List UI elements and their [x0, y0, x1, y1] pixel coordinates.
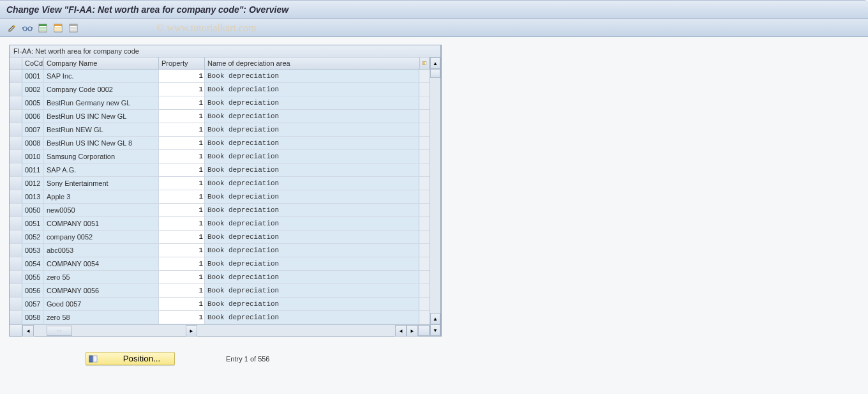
cell-area-name: Book depreciation — [205, 204, 419, 216]
cell-property[interactable]: 1 — [159, 257, 205, 270]
horizontal-scrollbar[interactable]: ◄ ::: ► ◄ ► — [10, 324, 430, 336]
svg-rect-19 — [93, 356, 97, 362]
table-row: 0056COMPANY 00561Book depreciation — [10, 284, 430, 298]
row-selector[interactable] — [10, 150, 22, 163]
cell-property[interactable]: 1 — [159, 271, 205, 284]
select-block-icon[interactable] — [52, 22, 64, 34]
scroll-right2-icon[interactable]: ► — [407, 325, 418, 337]
table-row: 0057Good 00571Book depreciation — [10, 298, 430, 311]
scroll-left-icon[interactable]: ◄ — [22, 325, 34, 337]
row-selector[interactable] — [10, 83, 22, 96]
table-row: 0002Company Code 00021Book depreciation — [10, 83, 430, 96]
cell-property[interactable]: 1 — [159, 110, 205, 123]
cell-area-name: Book depreciation — [205, 163, 419, 176]
cell-property[interactable]: 1 — [159, 83, 205, 96]
row-selector[interactable] — [10, 244, 22, 257]
position-button[interactable]: Position... — [86, 352, 175, 365]
row-selector[interactable] — [10, 163, 22, 176]
cell-area-name: Book depreciation — [205, 96, 419, 109]
cell-area-name: Book depreciation — [205, 123, 419, 136]
cell-property[interactable]: 1 — [159, 150, 205, 163]
cell-property[interactable]: 1 — [159, 231, 205, 243]
table-row: 0052company 00521Book depreciation — [10, 231, 430, 244]
row-selector[interactable] — [10, 204, 22, 216]
svg-rect-18 — [89, 356, 93, 362]
row-tail — [419, 311, 430, 324]
table-row: 0007BestRun NEW GL1Book depreciation — [10, 123, 430, 137]
cell-property[interactable]: 1 — [159, 284, 205, 297]
row-selector[interactable] — [10, 70, 22, 82]
svg-point-1 — [28, 27, 32, 31]
table-caption: FI-AA: Net worth area for company code — [10, 45, 440, 57]
cell-company-name: abc0053 — [44, 244, 159, 257]
row-tail — [419, 96, 430, 109]
row-selector[interactable] — [10, 257, 22, 270]
row-selector[interactable] — [10, 217, 22, 230]
cell-company-name: COMPANY 0056 — [44, 284, 159, 297]
cell-property[interactable]: 1 — [159, 96, 205, 109]
cell-property[interactable]: 1 — [159, 204, 205, 216]
cell-area-name: Book depreciation — [205, 244, 419, 257]
row-tail — [419, 271, 430, 284]
row-tail — [419, 123, 430, 136]
column-cocd[interactable]: CoCd — [22, 57, 44, 69]
cell-property[interactable]: 1 — [159, 177, 205, 190]
cell-property[interactable]: 1 — [159, 244, 205, 257]
scroll-right-icon[interactable]: ► — [186, 325, 197, 337]
toolbar — [0, 19, 868, 37]
row-tail — [419, 150, 430, 163]
cell-property[interactable]: 1 — [159, 217, 205, 230]
cell-company-name: BestRun US INC New GL — [44, 110, 159, 123]
row-selector[interactable] — [10, 298, 22, 310]
cell-property[interactable]: 1 — [159, 190, 205, 203]
glasses-icon[interactable] — [22, 22, 33, 34]
column-selector[interactable] — [10, 57, 22, 69]
cell-company-name: Apple 3 — [44, 190, 159, 203]
row-selector[interactable] — [10, 123, 22, 136]
row-selector[interactable] — [10, 137, 22, 149]
cell-property[interactable]: 1 — [159, 298, 205, 310]
row-selector[interactable] — [10, 190, 22, 203]
deselect-all-icon[interactable] — [68, 22, 79, 34]
configure-columns-icon[interactable] — [419, 57, 430, 69]
cell-property[interactable]: 1 — [159, 311, 205, 324]
row-selector[interactable] — [10, 110, 22, 123]
vertical-scrollbar[interactable]: ▲ ▲ ▼ — [430, 57, 440, 336]
table-row: 0012Sony Entertainment1Book depreciation — [10, 177, 430, 190]
cell-area-name: Book depreciation — [205, 284, 419, 297]
cell-company-name: zero 58 — [44, 311, 159, 324]
vscroll-thumb[interactable] — [430, 69, 440, 78]
scroll-down-icon[interactable]: ▼ — [430, 324, 440, 336]
select-all-icon[interactable] — [37, 22, 49, 34]
row-selector[interactable] — [10, 284, 22, 297]
column-area-name[interactable]: Name of depreciation area — [205, 57, 419, 69]
cell-company-name: Company Code 0002 — [44, 83, 159, 96]
cell-cocd: 0056 — [22, 284, 44, 297]
cell-cocd: 0011 — [22, 163, 44, 176]
table-row: 0008BestRun US INC New GL 81Book depreci… — [10, 137, 430, 150]
cell-cocd: 0006 — [22, 110, 44, 123]
row-tail — [419, 217, 430, 230]
row-selector[interactable] — [10, 177, 22, 190]
cell-property[interactable]: 1 — [159, 70, 205, 82]
table-row: 0011SAP A.G.1Book depreciation — [10, 163, 430, 177]
svg-rect-4 — [39, 27, 47, 29]
pencil-icon[interactable] — [6, 22, 18, 34]
scroll-left2-icon[interactable]: ◄ — [395, 325, 407, 337]
row-selector[interactable] — [10, 311, 22, 324]
cell-cocd: 0058 — [22, 311, 44, 324]
cell-cocd: 0050 — [22, 204, 44, 216]
column-property[interactable]: Property — [159, 57, 205, 69]
scroll-up-page-icon[interactable]: ▲ — [430, 313, 440, 324]
row-selector[interactable] — [10, 231, 22, 243]
cell-company-name: company 0052 — [44, 231, 159, 243]
cell-cocd: 0010 — [22, 150, 44, 163]
cell-property[interactable]: 1 — [159, 137, 205, 149]
row-selector[interactable] — [10, 271, 22, 284]
hscroll-thumb[interactable]: ::: — [47, 326, 72, 336]
column-company-name[interactable]: Company Name — [44, 57, 159, 69]
cell-property[interactable]: 1 — [159, 163, 205, 176]
row-selector[interactable] — [10, 96, 22, 109]
cell-property[interactable]: 1 — [159, 123, 205, 136]
scroll-up-icon[interactable]: ▲ — [430, 57, 440, 69]
